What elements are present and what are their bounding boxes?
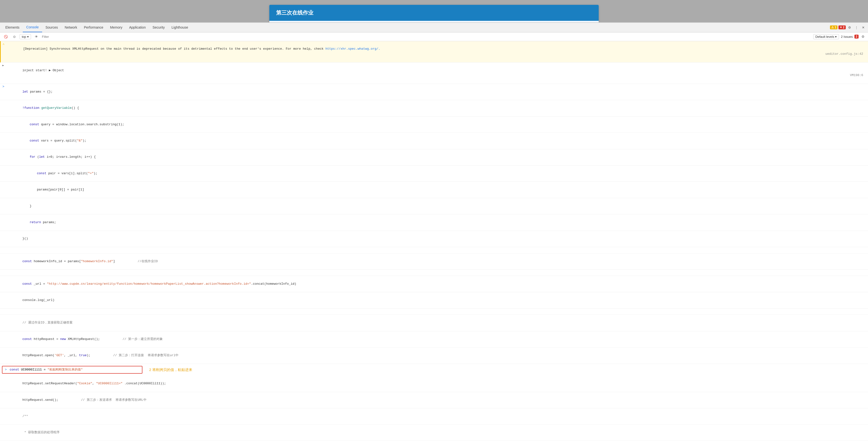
console-line-query: const query = window.location.search.sub… (0, 117, 868, 133)
clear-console-icon[interactable]: 🚫 (2, 34, 9, 39)
console-line-empty-3 (0, 309, 868, 315)
dropdown-arrow-icon: ▾ (27, 35, 29, 38)
line-ref-inject: VM198:6 (850, 73, 863, 78)
devtools-tab-icons: ⚠ 1 ✕ 2 ⚙ ⋮ ✕ (830, 25, 866, 30)
console-line-let-params: let params = {}; (0, 84, 868, 100)
tab-application[interactable]: Application (126, 23, 149, 32)
console-line-return: return params; (0, 214, 868, 231)
console-line-params-assign: params[pair[0]] = pair[1] (0, 182, 868, 198)
console-line-pair: const pair = vars[i].split("="); (0, 166, 868, 182)
console-line-function: !function getQueryVariable() { (0, 100, 868, 116)
content-area: 第三次在线作业 ⊙ 单选题 (共40道题) 收起 1. （2.5分） 关系代数的… (0, 0, 868, 22)
tab-lighthouse[interactable]: Lighthouse (168, 23, 192, 32)
console-output: [Deprecation] Synchronous XMLHttpRequest… (0, 41, 868, 441)
default-levels-container: Default levels ▾ 2 Issues: 2 ⚙ (813, 34, 866, 39)
error-count-badge: ✕ 2 (838, 25, 846, 29)
annotation-text: 2 将刚拷贝的值，粘贴进来 (149, 367, 192, 373)
console-line-comment-jsdoc-body: * 获取数据后的处理程序 (0, 425, 868, 441)
devtools-settings-icon[interactable]: ⚙ (847, 25, 852, 30)
console-line-comment-jsdoc-start: /** (0, 408, 868, 424)
console-line-inject: inject start! ▶ Object VM198:6 (0, 62, 868, 84)
highlighted-input-line: const UC0000Ill11 = "粘贴刚刚复制出来的值" (2, 366, 143, 374)
devtools-filter-bar: 🚫 ⊙ top ▾ 👁 Default levels ▾ 2 Issues: 2… (0, 32, 868, 41)
warning-count-badge: ⚠ 1 (830, 25, 837, 29)
console-line-send: httpRequest.send(); // 第三步：发送请求 将请求参数写在U… (0, 392, 868, 408)
tab-memory[interactable]: Memory (107, 23, 126, 32)
settings-icon[interactable]: ⚙ (861, 34, 866, 39)
console-line-url: const _url = "http://www.cupde.cn/learni… (0, 276, 868, 292)
highlighted-input-row: const UC0000Ill11 = "粘贴刚刚复制出来的值" 2 将刚拷贝的… (0, 365, 868, 375)
console-line-close-for: } (0, 198, 868, 214)
devtools-tabs-bar: Elements Console Sources Network Perform… (0, 23, 868, 32)
tab-console[interactable]: Console (23, 23, 42, 32)
tab-network[interactable]: Network (61, 23, 81, 32)
console-line-close-func: }() (0, 231, 868, 247)
tab-security[interactable]: Security (149, 23, 168, 32)
eye-icon[interactable]: 👁 (33, 34, 39, 39)
console-line-comment-get: // 通过作业ID，直接获取正确答案 (0, 315, 868, 331)
devtools-close-icon[interactable]: ✕ (861, 25, 866, 30)
console-line-vars: const vars = query.split("&"); (0, 133, 868, 149)
console-line-homework-id: const homeworkInfo_id = params["homework… (0, 254, 868, 270)
console-line-empty-1 (0, 247, 868, 254)
quiz-title: 第三次在线作业 (276, 10, 313, 16)
page-wrapper: 第三次在线作业 ⊙ 单选题 (共40道题) 收起 1. （2.5分） 关系代数的… (0, 0, 868, 441)
tab-sources[interactable]: Sources (42, 23, 61, 32)
line-ref-deprecation: ueditor.config.js:42 (826, 52, 863, 57)
issues-badge-container: 2 Issues: 2 (841, 35, 859, 38)
console-line-for: for (let i=0; i<vars.length; i++) { (0, 149, 868, 166)
top-context-dropdown[interactable]: top ▾ (20, 34, 31, 39)
default-levels-dropdown[interactable]: Default levels ▾ (813, 34, 839, 39)
issues-label: 2 Issues: (841, 35, 854, 38)
inspect-icon[interactable]: ⊙ (11, 34, 17, 39)
quiz-container: 第三次在线作业 ⊙ 单选题 (共40道题) 收起 1. （2.5分） 关系代数的… (269, 5, 599, 22)
devtools-more-icon[interactable]: ⋮ (854, 25, 860, 30)
quiz-title-bar: 第三次在线作业 (269, 5, 599, 21)
deprecation-link[interactable]: https://xhr.spec.whatwg.org/. (326, 47, 380, 51)
console-line-log: console.log(_url) (0, 292, 868, 308)
console-line-empty-2 (0, 270, 868, 276)
console-line-new-xhr: const httpRequest = new XMLHttpRequest()… (0, 331, 868, 348)
devtools-panel: Elements Console Sources Network Perform… (0, 22, 868, 441)
console-line-deprecation: [Deprecation] Synchronous XMLHttpRequest… (0, 41, 868, 62)
console-line-set-header: httpRequest.setRequestHeader("Cookie", "… (0, 376, 868, 392)
tab-elements[interactable]: Elements (2, 23, 23, 32)
tab-performance[interactable]: Performance (81, 23, 106, 32)
issues-count-badge: 2 (855, 35, 859, 38)
filter-input[interactable] (42, 35, 811, 38)
console-line-open: httpRequest.open('GET', _url, true); // … (0, 348, 868, 364)
